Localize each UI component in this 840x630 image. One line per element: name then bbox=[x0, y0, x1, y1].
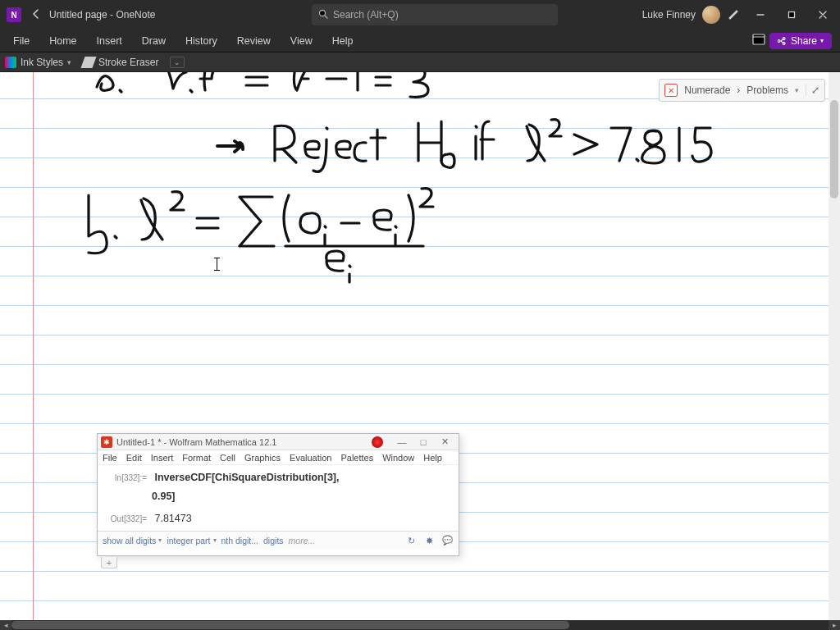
text-cursor bbox=[217, 258, 217, 271]
mathematica-window[interactable]: ✱ Untitled-1 * - Wolfram Mathematica 12.… bbox=[97, 433, 459, 556]
stroke-eraser-button[interactable]: Stroke Eraser bbox=[83, 57, 158, 68]
document-title: Untitled page - OneNote bbox=[49, 9, 155, 21]
refresh-icon[interactable]: ↻ bbox=[404, 534, 418, 547]
m-menu-file[interactable]: File bbox=[103, 453, 117, 463]
ink-replay-icon[interactable] bbox=[724, 7, 743, 23]
suggest-nth-digit[interactable]: nth digit... bbox=[221, 536, 259, 546]
chevron-down-icon: ⌄ bbox=[170, 57, 185, 68]
m-menu-graphics[interactable]: Graphics bbox=[244, 453, 281, 463]
tab-help[interactable]: Help bbox=[322, 30, 363, 52]
mathematica-suggestions-bar: show all digits▾ integer part▾ nth digit… bbox=[98, 531, 459, 549]
mathematica-app-icon: ✱ bbox=[101, 436, 112, 448]
m-menu-format[interactable]: Format bbox=[182, 453, 211, 463]
in-code-line2[interactable]: 0.95] bbox=[152, 491, 176, 502]
mathematica-menubar: File Edit Insert Format Cell Graphics Ev… bbox=[98, 450, 459, 465]
scroll-right-arrow[interactable]: ▸ bbox=[829, 620, 840, 630]
m-menu-palettes[interactable]: Palettes bbox=[340, 453, 373, 463]
suggest-integer-part[interactable]: integer part▾ bbox=[167, 536, 216, 546]
out-label: Out[332]= bbox=[103, 513, 147, 525]
search-box[interactable]: Search (Alt+Q) bbox=[312, 4, 558, 25]
user-area: Luke Finney bbox=[642, 0, 840, 30]
scrollbar-track[interactable] bbox=[11, 620, 829, 630]
scrollbar-thumb[interactable] bbox=[830, 100, 838, 199]
in-label: In[332]:= bbox=[103, 472, 147, 484]
mathematica-maximize[interactable]: □ bbox=[413, 437, 434, 447]
close-button[interactable] bbox=[809, 0, 837, 30]
out-value: 7.81473 bbox=[154, 513, 191, 524]
ribbon-tabs: File Home Insert Draw History Review Vie… bbox=[0, 30, 840, 52]
svg-point-0 bbox=[320, 10, 326, 16]
share-label: Share bbox=[791, 35, 817, 47]
minimize-button[interactable] bbox=[746, 0, 774, 30]
search-icon bbox=[318, 9, 328, 21]
tab-file[interactable]: File bbox=[3, 30, 39, 52]
m-menu-window[interactable]: Window bbox=[382, 453, 414, 463]
notification-dot-icon[interactable] bbox=[372, 436, 383, 448]
chevron-down-icon: ▾ bbox=[820, 37, 824, 44]
back-button[interactable] bbox=[26, 8, 46, 22]
m-menu-edit[interactable]: Edit bbox=[126, 453, 142, 463]
mathematica-title: Untitled-1 * - Wolfram Mathematica 12.1 bbox=[116, 437, 372, 447]
tab-home[interactable]: Home bbox=[39, 30, 86, 52]
draw-toolrow: Ink Styles ▾ Stroke Eraser ⌄ bbox=[0, 52, 840, 72]
mathematica-add-cell[interactable]: + bbox=[101, 557, 117, 568]
mathematica-minimize[interactable]: ― bbox=[391, 437, 413, 447]
tab-history[interactable]: History bbox=[176, 30, 227, 52]
svg-rect-2 bbox=[753, 34, 765, 44]
gear-icon[interactable]: ✸ bbox=[422, 534, 436, 547]
in-code-line1[interactable]: InverseCDF[ChiSquareDistribution[3], bbox=[154, 472, 339, 483]
scrollbar-thumb[interactable] bbox=[11, 621, 569, 629]
reading-view-icon[interactable] bbox=[748, 34, 769, 48]
m-menu-evaluation[interactable]: Evaluation bbox=[290, 453, 331, 463]
m-menu-insert[interactable]: Insert bbox=[151, 453, 174, 463]
ink-styles-button[interactable]: Ink Styles ▾ bbox=[5, 57, 71, 68]
mathematica-notebook[interactable]: In[332]:= InverseCDF[ChiSquareDistributi… bbox=[98, 465, 459, 531]
chat-icon[interactable]: 💬 bbox=[441, 534, 454, 547]
suggest-digits[interactable]: digits bbox=[263, 536, 284, 546]
onenote-app-icon: N bbox=[7, 7, 21, 22]
ink-swatch-icon bbox=[5, 57, 16, 68]
svg-rect-1 bbox=[789, 12, 795, 18]
tab-view[interactable]: View bbox=[281, 30, 322, 52]
suggest-show-all-digits[interactable]: show all digits▾ bbox=[103, 536, 162, 546]
share-button[interactable]: Share ▾ bbox=[769, 33, 832, 49]
scroll-left-arrow[interactable]: ◂ bbox=[0, 620, 11, 630]
search-placeholder: Search (Alt+Q) bbox=[333, 9, 399, 21]
horizontal-scrollbar[interactable]: ◂ ▸ bbox=[0, 620, 840, 630]
ink-styles-label: Ink Styles bbox=[21, 57, 63, 68]
note-canvas[interactable]: ✕ Numerade › Problems ▾ ⤢ bbox=[0, 72, 840, 620]
tab-review[interactable]: Review bbox=[227, 30, 281, 52]
mathematica-titlebar[interactable]: ✱ Untitled-1 * - Wolfram Mathematica 12.… bbox=[98, 434, 459, 450]
m-menu-help[interactable]: Help bbox=[423, 453, 442, 463]
mathematica-close[interactable]: ✕ bbox=[434, 436, 455, 447]
suggest-more[interactable]: more... bbox=[289, 536, 316, 546]
chevron-down-icon: ▾ bbox=[67, 58, 71, 66]
avatar[interactable] bbox=[702, 6, 720, 24]
vertical-scrollbar[interactable] bbox=[829, 72, 840, 620]
titlebar: N Untitled page - OneNote Search (Alt+Q)… bbox=[0, 0, 840, 30]
maximize-button[interactable] bbox=[778, 0, 806, 30]
tab-draw[interactable]: Draw bbox=[132, 30, 176, 52]
toolrow-overflow[interactable]: ⌄ bbox=[170, 57, 185, 68]
m-menu-cell[interactable]: Cell bbox=[220, 453, 235, 463]
eraser-icon bbox=[80, 57, 96, 68]
user-name[interactable]: Luke Finney bbox=[642, 9, 696, 21]
tab-insert[interactable]: Insert bbox=[87, 30, 132, 52]
stroke-eraser-label: Stroke Eraser bbox=[98, 57, 158, 68]
